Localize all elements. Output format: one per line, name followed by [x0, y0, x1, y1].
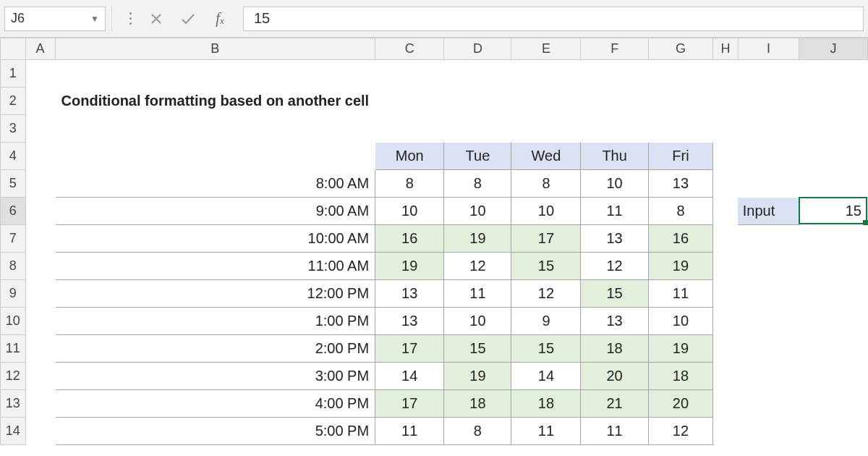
cell-I10[interactable] [738, 308, 799, 335]
cell-A10[interactable] [25, 308, 55, 335]
data-cell[interactable]: 10 [375, 198, 444, 225]
cell-F2[interactable] [581, 88, 648, 115]
data-cell[interactable]: 11 [511, 418, 581, 445]
cell-I7[interactable] [738, 225, 799, 253]
data-cell[interactable]: 20 [581, 363, 648, 390]
data-cell[interactable]: 18 [444, 390, 511, 418]
cell-A6[interactable] [25, 198, 55, 225]
day-header-mon[interactable]: Mon [375, 143, 444, 170]
data-cell[interactable]: 12 [444, 253, 511, 280]
column-header-B[interactable]: B [55, 38, 375, 60]
data-cell[interactable]: 19 [444, 225, 511, 253]
row-header-9[interactable]: 9 [1, 280, 26, 308]
column-header-I[interactable]: I [738, 38, 799, 60]
data-cell[interactable]: 12 [648, 418, 712, 445]
name-box-dropdown-icon[interactable]: ▼ [90, 14, 99, 24]
cell-H14[interactable] [713, 418, 739, 445]
cell-I1[interactable] [738, 60, 799, 88]
cell-J12[interactable] [799, 363, 868, 390]
time-label[interactable]: 5:00 PM [55, 418, 375, 445]
day-header-fri[interactable]: Fri [648, 143, 712, 170]
day-header-tue[interactable]: Tue [444, 143, 511, 170]
data-cell[interactable]: 16 [648, 225, 712, 253]
input-label[interactable]: Input [738, 198, 799, 225]
column-header-C[interactable]: C [375, 38, 444, 60]
time-label[interactable]: 10:00 AM [55, 225, 375, 253]
data-cell[interactable]: 13 [375, 280, 444, 308]
cell-E3[interactable] [511, 115, 581, 143]
data-cell[interactable]: 15 [511, 253, 581, 280]
cell-A4[interactable] [25, 143, 55, 170]
data-cell[interactable]: 8 [648, 198, 712, 225]
row-header-6[interactable]: 6 [1, 198, 26, 225]
data-cell[interactable]: 11 [581, 198, 648, 225]
cell-F1[interactable] [581, 60, 648, 88]
cell-E2[interactable] [511, 88, 581, 115]
cell-J14[interactable] [799, 418, 868, 445]
row-header-7[interactable]: 7 [1, 225, 26, 253]
column-header-A[interactable]: A [25, 38, 55, 60]
name-box[interactable]: J6 ▼ [4, 7, 106, 31]
cell-A14[interactable] [25, 418, 55, 445]
cell-A13[interactable] [25, 390, 55, 418]
cancel-icon[interactable] [142, 7, 171, 31]
cell-I13[interactable] [738, 390, 799, 418]
page-title[interactable]: Conditional formatting based on another … [55, 88, 375, 115]
cell-A9[interactable] [25, 280, 55, 308]
data-cell[interactable]: 10 [444, 308, 511, 335]
cell-H5[interactable] [713, 170, 739, 198]
data-cell[interactable]: 11 [444, 280, 511, 308]
cell-A12[interactable] [25, 363, 55, 390]
row-header-3[interactable]: 3 [1, 115, 26, 143]
cell-H12[interactable] [713, 363, 739, 390]
cell-D1[interactable] [444, 60, 511, 88]
cell-H10[interactable] [713, 308, 739, 335]
data-cell[interactable]: 11 [581, 418, 648, 445]
cell-J2[interactable] [799, 88, 868, 115]
spreadsheet-grid[interactable]: ABCDEFGHIJ 12Conditional formatting base… [0, 38, 868, 445]
time-label[interactable]: 12:00 PM [55, 280, 375, 308]
cell-I5[interactable] [738, 170, 799, 198]
data-cell[interactable]: 9 [511, 308, 581, 335]
day-header-thu[interactable]: Thu [581, 143, 648, 170]
data-cell[interactable]: 15 [581, 280, 648, 308]
row-header-12[interactable]: 12 [1, 363, 26, 390]
data-cell[interactable]: 10 [511, 198, 581, 225]
data-cell[interactable]: 14 [375, 363, 444, 390]
data-cell[interactable]: 10 [444, 198, 511, 225]
cell-A2[interactable] [25, 88, 55, 115]
data-cell[interactable]: 20 [648, 390, 712, 418]
cell-H4[interactable] [713, 143, 739, 170]
cell-H13[interactable] [713, 390, 739, 418]
fx-icon[interactable]: fx [205, 7, 234, 31]
cell-J5[interactable] [799, 170, 868, 198]
cell-I9[interactable] [738, 280, 799, 308]
cell-H9[interactable] [713, 280, 739, 308]
cell-F3[interactable] [581, 115, 648, 143]
row-header-5[interactable]: 5 [1, 170, 26, 198]
cell-I2[interactable] [738, 88, 799, 115]
cell-H8[interactable] [713, 253, 739, 280]
cell-B3[interactable] [55, 115, 375, 143]
cell-I4[interactable] [738, 143, 799, 170]
column-header-D[interactable]: D [444, 38, 511, 60]
data-cell[interactable]: 13 [648, 170, 712, 198]
row-header-8[interactable]: 8 [1, 253, 26, 280]
time-label[interactable]: 4:00 PM [55, 390, 375, 418]
data-cell[interactable]: 11 [648, 280, 712, 308]
data-cell[interactable]: 8 [375, 170, 444, 198]
data-cell[interactable]: 10 [648, 308, 712, 335]
data-cell[interactable]: 19 [648, 253, 712, 280]
data-cell[interactable]: 11 [375, 418, 444, 445]
select-all-corner[interactable] [1, 38, 26, 60]
cell-G3[interactable] [648, 115, 712, 143]
row-header-13[interactable]: 13 [1, 390, 26, 418]
cell-D2[interactable] [444, 88, 511, 115]
cell-J9[interactable] [799, 280, 868, 308]
data-cell[interactable]: 8 [444, 418, 511, 445]
data-cell[interactable]: 17 [375, 335, 444, 363]
day-header-wed[interactable]: Wed [511, 143, 581, 170]
time-label[interactable]: 2:00 PM [55, 335, 375, 363]
cell-I14[interactable] [738, 418, 799, 445]
data-cell[interactable]: 18 [581, 335, 648, 363]
